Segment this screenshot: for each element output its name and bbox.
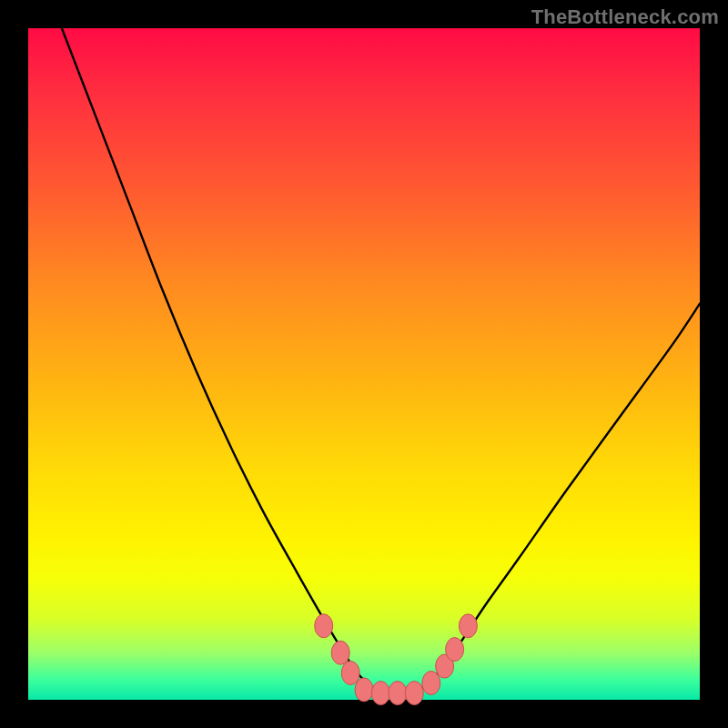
curve-marker: [315, 614, 333, 638]
curve-layer: [28, 28, 700, 700]
chart-frame: TheBottleneck.com: [0, 0, 728, 728]
curve-marker: [405, 682, 423, 705]
curve-marker: [355, 678, 373, 702]
curve-marker: [371, 682, 389, 705]
curve-marker: [422, 672, 440, 695]
watermark-text: TheBottleneck.com: [531, 5, 719, 29]
curve-marker: [446, 638, 464, 662]
marker-group: [315, 614, 478, 705]
curve-marker: [389, 682, 407, 705]
curve-marker: [331, 641, 349, 664]
curve-marker: [459, 614, 477, 638]
curve-marker: [341, 662, 359, 685]
plot-area: [28, 28, 700, 700]
bottleneck-curve: [62, 28, 700, 693]
